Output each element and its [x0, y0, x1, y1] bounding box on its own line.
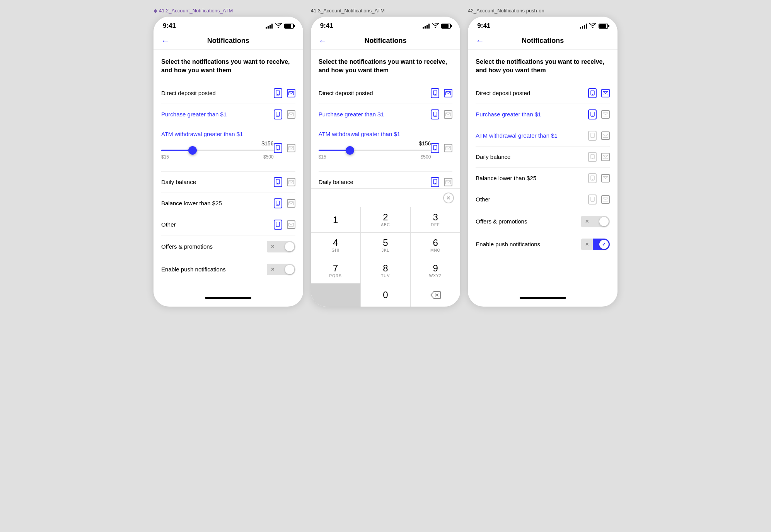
signal-bar-1 — [580, 27, 581, 29]
notification-icons — [588, 88, 610, 98]
home-indicator[interactable] — [205, 297, 251, 299]
notification-row: Other — [161, 214, 295, 235]
push-icon-inactive[interactable] — [588, 173, 597, 183]
push-icon-active[interactable] — [274, 88, 282, 98]
push-icon-active[interactable] — [274, 198, 282, 208]
email-icon-inactive[interactable] — [287, 178, 295, 186]
push-icon-active[interactable] — [274, 177, 282, 187]
back-button[interactable]: ← — [161, 36, 170, 46]
numpad-key-4[interactable]: 4 GHI — [311, 233, 360, 258]
numpad-key-3[interactable]: 3 DEF — [411, 207, 460, 232]
email-icon-inactive[interactable] — [601, 195, 610, 204]
battery-icon — [441, 24, 451, 29]
push-icon-inactive[interactable] — [588, 152, 597, 162]
wifi-icon — [589, 23, 596, 29]
toggle-on[interactable]: ✕ ✓ — [581, 239, 610, 250]
push-icon-active[interactable] — [274, 220, 282, 230]
toggle-off[interactable]: ✕ — [267, 264, 295, 275]
svg-rect-43 — [592, 158, 593, 159]
key-letters: PQRS — [329, 274, 342, 278]
push-icon-active[interactable] — [431, 109, 439, 119]
toggle-knob: ✓ — [599, 240, 609, 249]
numpad-key-0[interactable]: 0 — [361, 283, 410, 307]
email-icon-inactive[interactable] — [601, 131, 610, 140]
email-icon-inactive[interactable] — [444, 144, 452, 152]
home-indicator[interactable] — [520, 297, 566, 299]
numpad-close-button[interactable]: ✕ — [443, 193, 454, 203]
slider-thumb[interactable] — [346, 146, 354, 155]
key-letters: WXYZ — [429, 274, 442, 278]
screen-label-screen3: 42_Account_Notifications push-on — [468, 8, 544, 14]
notification-row: Enable push notifications ✕ ✓ — [476, 233, 610, 256]
numpad-key-7[interactable]: 7 PQRS — [311, 258, 360, 283]
numpad-delete-key[interactable] — [411, 283, 460, 307]
key-number: 5 — [383, 238, 388, 247]
notification-row: Purchase greater than $1 — [161, 104, 295, 125]
page-title: Notifications — [365, 37, 407, 45]
notification-icons — [274, 88, 295, 98]
email-icon-active[interactable] — [444, 89, 452, 97]
push-icon-active[interactable] — [431, 177, 439, 187]
numpad-overlay: ✕ 1 2 ABC 3 DEF 4 GHI 5 JKL 6 MNO — [311, 188, 461, 307]
numpad-key-8[interactable]: 8 TUV — [361, 258, 410, 283]
back-button[interactable]: ← — [476, 36, 484, 46]
toggle-off[interactable]: ✕ — [267, 241, 295, 252]
screen-wrapper-screen1: ◆41.2_Account_Notifications_ATM 9:41 — [154, 8, 303, 307]
toggle-track[interactable] — [278, 264, 295, 275]
notification-row: ATM withdrawal greater than $1 $156 $15 … — [319, 125, 453, 172]
email-icon-inactive[interactable] — [601, 174, 610, 182]
email-icon-inactive[interactable] — [287, 144, 295, 152]
email-icon-active[interactable] — [601, 89, 610, 97]
numpad-key-2[interactable]: 2 ABC — [361, 207, 410, 232]
numpad-close-row: ✕ — [311, 189, 461, 207]
push-icon-active[interactable] — [431, 143, 439, 153]
notification-label: ATM withdrawal greater than $1 — [161, 131, 274, 137]
push-icon-inactive[interactable] — [588, 194, 597, 205]
screen-label-screen2: 41.3_Account_Notifications_ATM — [311, 8, 385, 14]
notification-icons — [588, 131, 610, 141]
email-icon-inactive[interactable] — [601, 153, 610, 161]
numpad-empty-key — [311, 283, 360, 307]
push-icon-active[interactable] — [588, 88, 597, 98]
toggle-off[interactable]: ✕ — [581, 216, 610, 227]
key-letters: DEF — [431, 223, 440, 227]
slider-track[interactable] — [161, 150, 274, 151]
push-icon-inactive[interactable] — [588, 131, 597, 141]
email-icon-inactive[interactable] — [444, 178, 452, 186]
email-icon-inactive[interactable] — [601, 110, 610, 119]
numpad-key-6[interactable]: 6 MNO — [411, 233, 460, 258]
push-icon-active[interactable] — [588, 109, 597, 119]
push-icon-active[interactable] — [274, 109, 282, 119]
signal-bar-4 — [586, 24, 587, 29]
main-content: Select the notifications you want to rec… — [154, 50, 303, 292]
email-icon-inactive[interactable] — [287, 199, 295, 208]
phone-screen1: 9:41 — [154, 17, 303, 307]
numpad-key-5[interactable]: 5 JKL — [361, 233, 410, 258]
battery-icon — [599, 24, 608, 29]
email-icon-inactive[interactable] — [287, 110, 295, 119]
slider-min: $15 — [319, 154, 326, 160]
push-icon-active[interactable] — [274, 143, 282, 153]
slider-thumb[interactable] — [188, 146, 197, 155]
email-icon-active[interactable] — [287, 89, 295, 97]
wifi-icon — [275, 23, 282, 29]
notification-label: Purchase greater than $1 — [319, 111, 431, 118]
notification-row: Enable push notifications ✕ — [161, 258, 295, 281]
email-icon-inactive[interactable] — [444, 110, 452, 119]
numpad-key-1[interactable]: 1 — [311, 207, 360, 232]
email-icon-inactive[interactable] — [287, 220, 295, 229]
push-icon-active[interactable] — [431, 88, 439, 98]
toggle-track[interactable]: ✓ — [593, 239, 610, 250]
svg-rect-25 — [434, 149, 436, 150]
notification-label: Enable push notifications — [161, 266, 267, 273]
slider-track[interactable] — [319, 150, 431, 151]
key-number-0: 0 — [383, 290, 388, 300]
bottom-bar — [468, 292, 617, 307]
toggle-track[interactable] — [278, 241, 295, 252]
toggle-track[interactable] — [593, 216, 610, 227]
back-button[interactable]: ← — [319, 36, 327, 46]
notification-icons — [274, 198, 295, 208]
notification-icons — [274, 177, 295, 187]
status-icons — [423, 23, 451, 29]
numpad-key-9[interactable]: 9 WXYZ — [411, 258, 460, 283]
